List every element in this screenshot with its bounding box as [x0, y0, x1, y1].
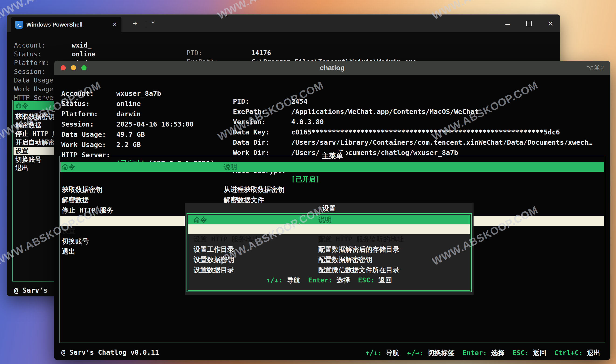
mac-label: Data Dir:: [233, 138, 269, 146]
dialog-key-hints: ↑/↓导航Enter选择ESC返回: [185, 276, 474, 285]
ps-info-row: Platform:windows Version:4.0.3.36: [7, 51, 30, 59]
ps-info-row: Session:2025-04-16 Data Key:************…: [7, 60, 30, 68]
hint-back: ESC返回: [512, 348, 546, 358]
window-shortcut-badge: ⌥⌘2: [586, 64, 604, 72]
hint-select: Enter选择: [308, 276, 350, 285]
mac-label: Version:: [233, 118, 266, 126]
powershell-titlebar[interactable]: >_ Windows PowerShell ✕ + ⌄ – ✕: [7, 14, 560, 32]
main-menu-title: 主菜单: [319, 151, 346, 161]
column-desc: 说明: [318, 215, 332, 224]
window-title: chatlog: [54, 64, 610, 72]
column-cmd: 命令: [62, 162, 75, 172]
ps-info-row: Status:online ExePath:C:\Program Files\T…: [7, 43, 30, 51]
mac-info-row: Status:online ExePath:/Applications/WeCh…: [54, 92, 79, 100]
main-menu-row[interactable]: 获取数据密钥从进程获取数据密钥: [60, 175, 604, 184]
mac-value: 2025-04-16 16:53:00: [116, 120, 194, 128]
mac-value: /Applications/WeChat.app/Contents/MacOS/…: [291, 108, 478, 116]
dialog-header-row: 命令 说明: [188, 215, 470, 224]
mac-value: 4.0.3.80: [291, 118, 324, 126]
ps-value: 14176: [251, 49, 271, 57]
mac-value: 2454: [291, 97, 308, 105]
ps-value: online: [72, 50, 95, 58]
hint-quit: Ctrl+C退出: [554, 348, 600, 358]
mac-label: Work Dir:: [233, 149, 269, 156]
mac-label: Data Key:: [233, 128, 269, 136]
mac-titlebar[interactable]: chatlog ⌥⌘2: [54, 61, 610, 75]
new-tab-button[interactable]: +: [133, 19, 138, 28]
mac-value: online: [116, 100, 141, 108]
hint-navigate: ↑/↓导航: [266, 276, 300, 285]
mac-value: c0165***********************************…: [291, 128, 560, 136]
tab-bar-divider: [146, 21, 146, 27]
mac-info-row: Platform:darwin Version:4.0.3.80: [54, 102, 79, 110]
tab-dropdown-icon[interactable]: ⌄: [150, 17, 156, 25]
hint-switch-tab: ←/→切换标签: [407, 348, 455, 358]
column-cmd: 命令: [194, 215, 207, 224]
mac-info-row: Session:2025-04-16 16:53:00 Data Key:c01…: [54, 112, 79, 121]
hint-navigate: ↑/↓导航: [365, 348, 399, 358]
ps-info-row: Account:wxid_ PID:14176: [7, 34, 30, 42]
status-bar-key-hints: ↑/↓导航←/→切换标签Enter选择ESC返回Ctrl+C退出: [362, 348, 604, 358]
ps-info-row: Work Usage:: [7, 78, 30, 86]
settings-dialog-title: 设置: [185, 204, 474, 213]
mac-info-row: Data Usage:49.7 GB Data Dir:/Users/sarv/…: [54, 123, 79, 131]
main-menu-row[interactable]: 解密数据解密数据文件: [60, 185, 604, 195]
dialog-row[interactable]: 设置工作目录配置数据解密后的存储目录: [188, 235, 470, 245]
mac-info-row: HTTP Server: [已启动] [127.0.0.1:5030] Auto…: [54, 143, 79, 152]
mac-value: darwin: [116, 110, 141, 118]
mac-value: /Users/sarv/Documents/chatlog/wxuser_8a7…: [291, 149, 458, 156]
tab-title: Windows PowerShell: [26, 21, 109, 28]
ps-label: PID:: [187, 49, 202, 57]
mac-info-row: Account:wxuser_8a7b PID:2454: [54, 82, 79, 90]
mac-value: 49.7 GB: [116, 130, 145, 138]
main-menu-header-row: 命令 说明: [60, 162, 604, 172]
mac-value: wxuser_8a7b: [116, 90, 161, 97]
mac-info-row: Work Usage:2.2 GB Work Dir:/Users/sarv/D…: [54, 133, 79, 141]
mac-value: 2.2 GB: [116, 141, 141, 149]
powershell-icon: >_: [15, 21, 23, 29]
minimize-button[interactable]: –: [500, 18, 515, 29]
ps-footer: @ Sarv's: [14, 286, 48, 294]
hint-back: ESC返回: [358, 276, 392, 285]
status-bar-app-version: @ Sarv's Chatlog v0.0.11: [61, 348, 159, 356]
desktop: >_ Windows PowerShell ✕ + ⌄ – ✕ Account:…: [0, 0, 616, 364]
maximize-button[interactable]: [522, 18, 536, 29]
close-button[interactable]: ✕: [543, 18, 558, 29]
ps-info-row: Data Usage:: [7, 69, 30, 77]
dialog-row[interactable]: 设置数据密钥配置数据解密密钥: [188, 245, 470, 255]
ps-value: wxid_: [72, 41, 91, 49]
column-desc: 说明: [224, 162, 237, 172]
dialog-row-selected[interactable]: 设置 HTTP 服务地址配置 HTTP 服务监听的地址: [188, 224, 470, 234]
hint-select: Enter选择: [463, 348, 505, 358]
tab-windows-powershell[interactable]: >_ Windows PowerShell ✕: [11, 17, 121, 32]
ps-info-row: HTTP Server:: [7, 86, 30, 94]
mac-label: PID:: [233, 97, 249, 105]
dialog-row[interactable]: 设置数据目录配置微信数据文件所在目录: [188, 255, 470, 265]
chatlog-window: chatlog ⌥⌘2 Account:wxuser_8a7b PID:2454…: [54, 61, 610, 360]
maximize-icon: [526, 21, 532, 26]
mac-label: ExePath:: [233, 108, 266, 116]
mac-value: /Users/sarv/Library/Containers/com.tence…: [291, 138, 592, 146]
tab-close-icon[interactable]: ✕: [112, 21, 117, 28]
settings-dialog: 设置 命令 说明 设置 HTTP 服务地址配置 HTTP 服务监听的地址 设置工…: [185, 203, 474, 295]
